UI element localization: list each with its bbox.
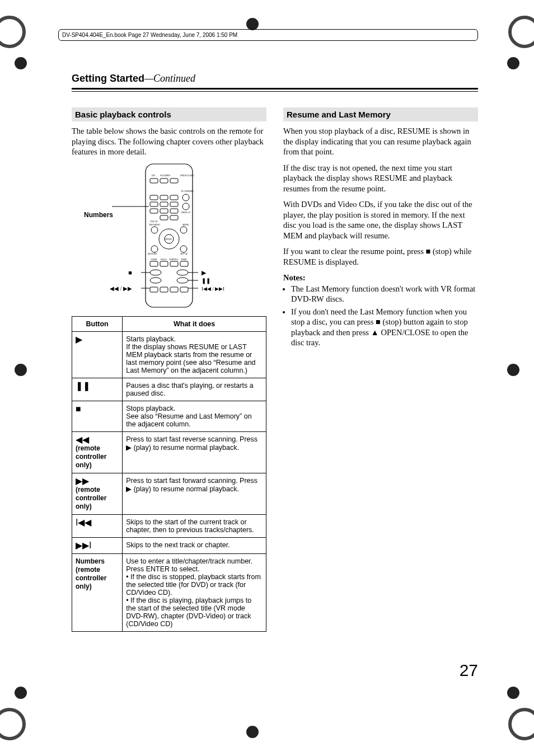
svg-text:ENTER: ENTER (165, 238, 172, 241)
crop-ring-icon (508, 16, 534, 48)
continued-label: —Continued (144, 73, 195, 84)
cell-desc: Press to start fast reverse scanning. Pr… (123, 431, 266, 473)
svg-text:TOP MENU: TOP MENU (149, 223, 160, 226)
crop-ring-icon (508, 708, 534, 740)
remote-diagram: Numbers ON STANDBY OPEN/CLOSE (72, 163, 266, 308)
page: DV-SP404.404E_En.book Page 27 Wednesday,… (0, 0, 534, 756)
svg-rect-0 (146, 164, 193, 307)
cell-desc: Press to start fast forward scanning. Pr… (123, 473, 266, 514)
svg-text:ON: ON (152, 174, 155, 177)
svg-rect-34 (150, 261, 158, 266)
pause-icon: ❚❚ (76, 382, 119, 391)
list-item: The Last Memory function doesn't work wi… (291, 284, 478, 304)
rewind-icon: ◀◀ (76, 435, 119, 444)
svg-text:I◀◀ / ▶▶I: I◀◀ / ▶▶I (202, 286, 224, 292)
table-header-desc: What it does (123, 316, 266, 331)
remote-only-label: (remote controller only) (76, 444, 119, 469)
table-row: ▶▶I Skips to the next track or chapter. (72, 537, 266, 553)
svg-point-44 (150, 278, 161, 283)
svg-point-42 (150, 270, 161, 275)
paragraph: If the disc tray is not opened, the next… (283, 163, 478, 194)
table-header-button: Button (72, 316, 123, 331)
stop-icon: ■ (76, 405, 119, 414)
table-row: ◀◀(remote controller only) Press to star… (72, 431, 266, 473)
table-row: ▶ Starts playback.If the display shows R… (72, 331, 266, 378)
chapter-name: Getting Started (72, 73, 144, 84)
remote-only-label: (remote controller only) (76, 486, 119, 511)
svg-text:❚❚: ❚❚ (202, 278, 210, 284)
crop-mark (507, 364, 519, 376)
svg-text:◀◀ / ▶▶: ◀◀ / ▶▶ (110, 285, 132, 292)
svg-text:CLEAR: CLEAR (150, 220, 157, 223)
crop-mark (15, 57, 27, 69)
table-row: ❚❚ Pauses a disc that's playing, or rest… (72, 378, 266, 401)
play-icon: ▶ (76, 335, 119, 344)
skip-forward-icon: ▶▶I (76, 541, 119, 550)
svg-rect-10 (150, 202, 158, 206)
fast-forward-icon: ▶▶ (76, 477, 119, 486)
svg-rect-47 (160, 287, 168, 292)
framemaker-ref-text: DV-SP404.404E_En.book Page 27 Wednesday,… (62, 32, 237, 38)
cell-desc: Starts playback.If the display shows RES… (123, 331, 266, 378)
svg-rect-14 (160, 209, 168, 213)
svg-text:■: ■ (128, 269, 132, 276)
page-number: 27 (460, 661, 478, 680)
crop-mark (246, 18, 259, 30)
svg-rect-48 (170, 287, 178, 292)
notes-list: The Last Memory function doesn't work wi… (291, 284, 478, 348)
cell-desc: Use to enter a title/chapter/track numbe… (123, 553, 266, 631)
svg-point-45 (177, 278, 188, 283)
svg-point-43 (177, 270, 188, 275)
svg-rect-16 (160, 215, 168, 220)
right-column: Resume and Last Memory When you stop pla… (283, 107, 478, 632)
header-rule (72, 88, 478, 92)
svg-rect-12 (170, 202, 178, 206)
section-title-resume: Resume and Last Memory (283, 107, 478, 121)
svg-text:ZOOM: ZOOM (181, 259, 187, 261)
crop-mark (507, 57, 519, 69)
left-column: Basic playback controls The table below … (72, 107, 266, 632)
cell-desc: Pauses a disc that's playing, or restart… (123, 378, 266, 401)
section-title-basic: Basic playback controls (72, 107, 266, 121)
crop-mark (15, 687, 27, 699)
eject-icon: ▲ (371, 328, 379, 337)
remote-icon: ON STANDBY OPEN/CLOSE PLAYMODE (107, 163, 231, 308)
svg-text:DISPLAY: DISPLAY (181, 211, 191, 214)
svg-rect-37 (180, 261, 188, 266)
crop-mark (246, 726, 259, 738)
svg-text:PLAYMODE: PLAYMODE (181, 190, 194, 192)
svg-rect-13 (150, 209, 158, 213)
table-row: Numbers (remote controller only) Use to … (72, 553, 266, 631)
paragraph: With DVDs and Video CDs, if you take the… (283, 199, 478, 241)
running-head: Getting Started—Continued (72, 73, 478, 87)
svg-text:SET UP: SET UP (180, 252, 188, 255)
numbers-label: Numbers (remote controller only) (76, 557, 119, 591)
svg-rect-8 (160, 195, 168, 200)
cell-desc: Skips to the start of the current track … (123, 514, 266, 537)
svg-rect-9 (170, 195, 178, 200)
paragraph: If you want to clear the resume point, p… (283, 246, 478, 267)
svg-rect-7 (150, 195, 158, 200)
svg-text:OPEN/CLOSE: OPEN/CLOSE (180, 174, 194, 177)
crop-ring-icon (0, 16, 26, 48)
stop-icon: ■ (376, 317, 381, 326)
crop-ring-icon (0, 708, 26, 740)
svg-rect-36 (170, 261, 178, 266)
skip-back-icon: I◀◀ (76, 518, 119, 527)
svg-rect-15 (170, 209, 178, 213)
svg-text:RETURN: RETURN (148, 252, 157, 255)
paragraph: When you stop playback of a disc, RESUME… (283, 126, 478, 157)
svg-text:▶: ▶ (202, 269, 207, 276)
framemaker-ref: DV-SP404.404E_En.book Page 27 Wednesday,… (58, 29, 478, 41)
two-column-layout: Basic playback controls The table below … (72, 107, 478, 632)
svg-text:SUBTITLE: SUBTITLE (169, 259, 179, 261)
playback-controls-table: Button What it does ▶ Starts playback.If… (72, 316, 266, 632)
svg-text:ANGLE: ANGLE (160, 259, 167, 261)
intro-paragraph: The table below shows the basic controls… (72, 126, 266, 157)
cell-desc: Stops playback.See also “Resume and Last… (123, 401, 266, 431)
svg-rect-35 (160, 261, 168, 266)
svg-rect-46 (150, 287, 158, 292)
table-row: ▶▶(remote controller only) Press to star… (72, 473, 266, 514)
numbers-callout-label: Numbers (84, 211, 113, 219)
svg-rect-11 (160, 202, 168, 206)
